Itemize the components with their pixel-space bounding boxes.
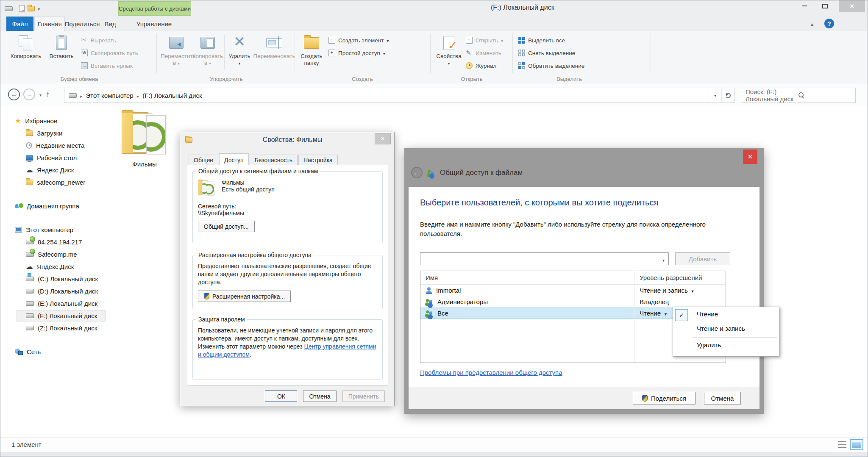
menu-item-read[interactable]: Чтение: [673, 307, 779, 321]
properties-button[interactable]: Свойства: [434, 33, 464, 67]
sidebar-item-drive-z[interactable]: (Z:) Локальный диск: [0, 322, 110, 334]
tab-home[interactable]: Главная: [34, 17, 65, 31]
new-folder-button[interactable]: Создатьпапку: [297, 33, 326, 66]
new-item-button[interactable]: Создать элемент: [328, 35, 428, 45]
copy-label: Копировать: [11, 53, 42, 59]
tab-share[interactable]: Поделиться: [65, 17, 100, 31]
menu-item-read-write[interactable]: Чтение и запись: [673, 321, 779, 336]
tab-manage[interactable]: Управление: [128, 17, 181, 31]
refresh-button[interactable]: [721, 88, 734, 102]
user-row-administrators[interactable]: Администраторы Владелец: [420, 296, 726, 307]
tab-customize-label: Настройка: [303, 157, 333, 163]
select-all-button[interactable]: Выделить все: [518, 35, 616, 45]
share-button-small[interactable]: Общий доступ...: [198, 221, 255, 232]
details-view-icon[interactable]: [838, 441, 846, 448]
properties-dialog: Свойства: Фильмы Общие Доступ Безопаснос…: [180, 132, 395, 406]
search-box[interactable]: Поиск: (F:) Локальный диск: [741, 88, 856, 103]
ok-button[interactable]: ОК: [265, 391, 297, 402]
copy-button[interactable]: Копировать: [6, 33, 45, 60]
up-button[interactable]: [46, 90, 50, 99]
maximize-button[interactable]: [818, 0, 831, 11]
groupbox-label: Защита паролем: [196, 316, 247, 323]
help-icon[interactable]: [824, 19, 834, 28]
sharing-back-button[interactable]: [411, 167, 423, 178]
invert-selection-button[interactable]: Обратить выделение: [518, 61, 616, 71]
breadcrumb-drive-f[interactable]: (F:) Локальный диск: [142, 92, 202, 99]
combo-dropdown-icon[interactable]: [662, 256, 665, 263]
menu-item-remove[interactable]: Удалить: [673, 339, 779, 352]
user-row-immortal[interactable]: Immortal Чтение и запись: [420, 285, 726, 296]
edit-button[interactable]: Изменить: [466, 48, 512, 58]
group-separator: [156, 33, 157, 73]
sidebar-item-safecomp-newer[interactable]: safecomp_newer: [0, 176, 110, 188]
new-item-icon: [328, 37, 335, 44]
tab-file[interactable]: Файл: [6, 17, 33, 31]
sidebar-item-drive-d[interactable]: (D:) Локальный диск: [0, 285, 110, 297]
file-sharing-icon: [427, 169, 435, 176]
network-path-label: Сетевой путь:: [198, 203, 377, 210]
sidebar-item-downloads[interactable]: Загрузки: [0, 127, 110, 139]
rename-button[interactable]: Переименовать: [253, 33, 295, 60]
sidebar-item-this-pc[interactable]: Этот компьютер: [0, 224, 110, 236]
forward-button[interactable]: [23, 89, 35, 100]
folder-tile-films[interactable]: Фильмы: [120, 109, 169, 168]
sidebar-item-yandex-disk-2[interactable]: Яндекс.Диск: [0, 260, 110, 273]
user-combo-box[interactable]: [420, 252, 669, 265]
tab-view[interactable]: Вид: [100, 17, 121, 31]
breadcrumb-this-pc[interactable]: Этот компьютер: [86, 92, 134, 99]
sidebar-item-desktop[interactable]: Рабочий стол: [0, 152, 110, 164]
paste-icon: [56, 36, 67, 50]
minimize-button[interactable]: [798, 0, 811, 11]
back-button[interactable]: [8, 89, 20, 100]
paste-button[interactable]: Вставить: [46, 33, 77, 60]
delete-button[interactable]: Удалить: [226, 33, 253, 67]
sharing-problems-link[interactable]: Проблемы при предоставлении общего досту…: [420, 369, 562, 376]
advanced-sharing-button[interactable]: Расширенная настройка...: [198, 291, 291, 302]
permission-dropdown-icon[interactable]: [664, 310, 668, 317]
share-confirm-label: Поделиться: [651, 395, 686, 402]
recent-locations-arrow-icon[interactable]: [39, 91, 42, 98]
close-button[interactable]: [839, 0, 865, 12]
add-user-button[interactable]: Добавить: [675, 252, 730, 265]
easy-access-button[interactable]: Простой доступ: [328, 48, 428, 58]
thumbnail-view-icon[interactable]: [850, 439, 863, 450]
permission-dropdown-icon[interactable]: [691, 287, 695, 294]
tab-sharing[interactable]: Доступ: [219, 153, 249, 165]
sidebar-item-recent-places[interactable]: Недавние места: [0, 139, 110, 152]
apply-button[interactable]: Применить: [342, 391, 385, 402]
share-confirm-button[interactable]: Поделиться: [633, 392, 696, 404]
move-to-button[interactable]: Переместитьв: [161, 33, 192, 67]
open-button[interactable]: Открыть: [466, 35, 512, 45]
properties-close-button[interactable]: [375, 133, 391, 144]
history-button[interactable]: Журнал: [466, 61, 512, 71]
select-none-button[interactable]: Снять выделение: [518, 48, 616, 58]
copy-path-button[interactable]: Скопировать путь: [81, 48, 156, 58]
sharing-close-button[interactable]: [743, 150, 757, 164]
address-dropdown-icon[interactable]: [709, 88, 721, 102]
cancel-button[interactable]: Отмена: [303, 391, 336, 402]
sidebar-item-drive-f[interactable]: (F:) Локальный диск: [17, 310, 106, 321]
copy-to-button[interactable]: Копироватьв: [192, 33, 223, 67]
address-breadcrumb[interactable]: Этот компьютер (F:) Локальный диск: [64, 88, 734, 103]
properties-quick-icon[interactable]: [19, 5, 25, 12]
sidebar-item-network[interactable]: Сеть: [0, 346, 110, 358]
sidebar-item-safecomp-me[interactable]: Safecomp.me: [0, 248, 110, 260]
search-icon[interactable]: [798, 92, 851, 98]
sidebar-item-drive-c[interactable]: (C:) Локальный диск: [0, 273, 110, 285]
sharing-cancel-button[interactable]: Отмена: [704, 392, 741, 404]
sidebar-item-homegroup[interactable]: Домашняя группа: [0, 200, 110, 212]
properties-dialog-title: Свойства: Фильмы: [196, 136, 389, 144]
list-header[interactable]: Имя Уровень разрешений: [420, 271, 726, 285]
sidebar-item-favorites[interactable]: Избранное: [0, 115, 110, 127]
sharing-dialog-title: Общий доступ к файлам: [440, 169, 523, 177]
sidebar-item-drive-e[interactable]: (E:) Локальный диск: [0, 297, 110, 310]
new-folder-quick-icon[interactable]: [28, 6, 35, 11]
minimize-ribbon-icon[interactable]: [811, 20, 813, 28]
sidebar-item-net-ip[interactable]: 84.254.194.217: [0, 236, 110, 248]
cut-button[interactable]: Вырезать: [81, 35, 156, 45]
paste-shortcut-button[interactable]: Вставить ярлык: [81, 61, 156, 71]
sidebar-label: (Z:) Локальный диск: [38, 324, 97, 332]
uac-shield-icon: [642, 395, 648, 402]
sidebar-item-yandex-disk[interactable]: Яндекс.Диск: [0, 164, 110, 176]
customize-toolbar-arrow-icon[interactable]: [38, 5, 40, 12]
